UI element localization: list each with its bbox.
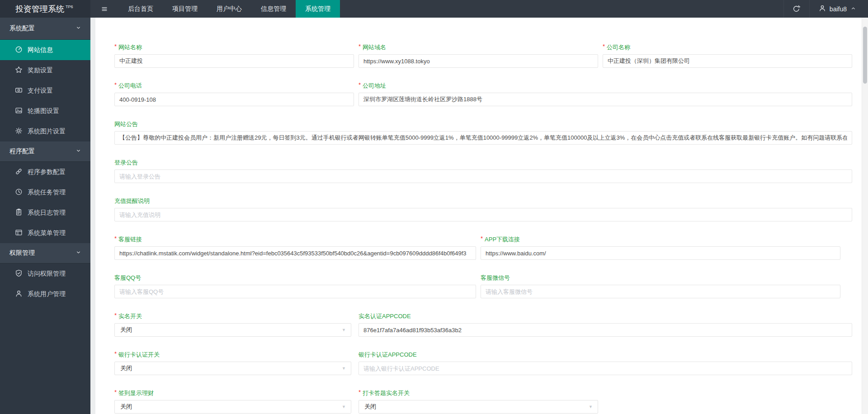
realname-appcode-input[interactable]	[359, 323, 852, 337]
form-row: *银行卡认证开关关闭▼银行卡认证APPCODE	[114, 351, 852, 375]
sidebar-item-label: 程序参数配置	[28, 168, 66, 176]
field-label: *APP下载连接	[481, 235, 840, 244]
realname-switch-select[interactable]: 关闭▼	[114, 323, 351, 337]
recharge-notice-input[interactable]	[114, 208, 852, 221]
company-address-input[interactable]	[359, 93, 852, 106]
site-domain-input[interactable]	[359, 54, 598, 68]
main-content: *网站名称*网站域名*公司名称*公司电话*公司地址网站公告登录公告充值提醒说明*…	[90, 18, 868, 414]
sidebar-item-carousel-settings[interactable]: 轮播图设置	[0, 101, 90, 121]
site-name-input[interactable]	[114, 54, 354, 68]
required-asterisk: *	[359, 43, 361, 50]
field-label: *实名开关	[114, 312, 351, 320]
dropdown-arrow-icon: ▼	[342, 328, 346, 332]
sidebar-item-payment-settings[interactable]: 支付设置	[0, 80, 90, 101]
image-icon	[15, 107, 23, 116]
sidebar-item-label: 网站信息	[28, 46, 53, 54]
top-tab-info[interactable]: 信息管理	[251, 0, 296, 18]
field-label: *客服链接	[114, 235, 476, 244]
form-row: 充值提醒说明	[114, 197, 852, 221]
field-site-notice: 网站公告	[114, 120, 852, 145]
sidebar-item-label: 系统用户管理	[28, 290, 66, 298]
chevron-down-icon	[75, 148, 81, 155]
field-company-phone: *公司电话	[114, 82, 354, 106]
form-row: *签到显示理财关闭▼*打卡答题实名开关关闭▼	[114, 389, 852, 414]
company-name-input[interactable]	[603, 54, 852, 68]
sidebar-item-access-permissions[interactable]: 访问权限管理	[0, 263, 90, 284]
sidebar-item-program-params[interactable]: 程序参数配置	[0, 162, 90, 182]
field-service-link: *客服链接	[114, 235, 476, 260]
scrollbar-thumb[interactable]	[863, 27, 867, 84]
field-recharge-notice: 充值提醒说明	[114, 197, 852, 221]
sidebar-item-label: 系统日志管理	[28, 209, 66, 217]
sidebar-item-reward-settings[interactable]: 奖励设置	[0, 60, 90, 80]
shield-icon	[15, 269, 23, 278]
field-label: 登录公告	[114, 159, 852, 167]
vertical-scrollbar[interactable]	[862, 18, 868, 414]
sidebar-item-system-images[interactable]: 系统图片设置	[0, 121, 90, 141]
content-gutter	[90, 18, 95, 414]
gear-icon	[15, 127, 23, 136]
field-label: *公司地址	[359, 82, 852, 90]
field-bankcard-switch: *银行卡认证开关关闭▼	[114, 351, 351, 375]
top-tab-system[interactable]: 系统管理	[296, 0, 340, 18]
login-notice-input[interactable]	[114, 169, 852, 183]
site-notice-input[interactable]	[114, 131, 852, 145]
hamburger-icon[interactable]	[90, 0, 118, 18]
bankcard-appcode-input[interactable]	[359, 362, 852, 375]
select-value: 关闭	[120, 364, 132, 372]
required-asterisk: *	[114, 350, 117, 357]
user-menu[interactable]: baifu8	[810, 0, 868, 18]
sidebar-item-label: 系统图片设置	[28, 127, 66, 136]
sidebar-item-system-menus[interactable]: 系统菜单管理	[0, 223, 90, 243]
select-value: 关闭	[120, 326, 132, 334]
sidebar-item-system-users[interactable]: 系统用户管理	[0, 284, 90, 304]
required-asterisk: *	[114, 81, 117, 88]
refresh-button[interactable]	[783, 0, 810, 18]
required-asterisk: *	[114, 389, 117, 395]
required-asterisk: *	[114, 43, 117, 50]
required-asterisk: *	[114, 235, 117, 242]
chevron-down-icon	[75, 249, 81, 257]
field-service-qq: 客服QQ号	[114, 274, 476, 298]
field-label: *公司电话	[114, 82, 354, 90]
field-label: *打卡答题实名开关	[359, 389, 598, 397]
top-nav: 后台首页项目管理用户中心信息管理系统管理	[118, 0, 340, 18]
service-link-input[interactable]	[114, 246, 476, 260]
sidebar-section-header-program-config[interactable]: 程序配置	[0, 141, 90, 162]
sidebar-item-system-logs[interactable]: 系统日志管理	[0, 202, 90, 223]
service-wechat-input[interactable]	[481, 285, 840, 298]
app-title: 投资管理系统	[15, 4, 64, 14]
field-label: *签到显示理财	[114, 389, 351, 397]
service-qq-input[interactable]	[114, 285, 476, 298]
punch-quiz-realname-select[interactable]: 关闭▼	[359, 400, 598, 414]
link-icon	[15, 168, 23, 177]
app-logo: 投资管理系统TP6	[0, 0, 90, 18]
form-row: 网站公告	[114, 120, 852, 145]
signin-finance-select[interactable]: 关闭▼	[114, 400, 351, 414]
sidebar-item-site-info[interactable]: 网站信息	[0, 40, 90, 60]
top-tab-user-center[interactable]: 用户中心	[207, 0, 251, 18]
field-company-name: *公司名称	[603, 43, 852, 68]
sidebar: 系统配置网站信息奖励设置支付设置轮播图设置系统图片设置程序配置程序参数配置系统任…	[0, 18, 90, 414]
form-row: *客服链接*APP下载连接	[114, 235, 852, 260]
field-site-domain: *网站域名	[359, 43, 598, 68]
sidebar-section-header-system-config[interactable]: 系统配置	[0, 18, 90, 40]
sidebar-item-system-tasks[interactable]: 系统任务管理	[0, 182, 90, 202]
sidebar-item-label: 系统任务管理	[28, 188, 66, 197]
chevron-up-icon	[850, 5, 856, 13]
dropdown-arrow-icon: ▼	[589, 405, 593, 409]
top-tab-project[interactable]: 项目管理	[163, 0, 207, 18]
user-icon	[15, 290, 23, 299]
topbar-right: baifu8	[783, 0, 868, 18]
company-phone-input[interactable]	[114, 93, 354, 106]
app-download-input[interactable]	[481, 246, 840, 260]
field-label: *公司名称	[603, 43, 852, 52]
select-value: 关闭	[364, 403, 376, 411]
bankcard-switch-select[interactable]: 关闭▼	[114, 362, 351, 375]
sidebar-section-header-permission-mgmt[interactable]: 权限管理	[0, 243, 90, 263]
money-icon	[15, 86, 23, 95]
person-icon	[819, 5, 826, 13]
top-tab-home[interactable]: 后台首页	[118, 0, 163, 18]
field-site-name: *网站名称	[114, 43, 354, 68]
sidebar-item-label: 奖励设置	[28, 66, 53, 75]
